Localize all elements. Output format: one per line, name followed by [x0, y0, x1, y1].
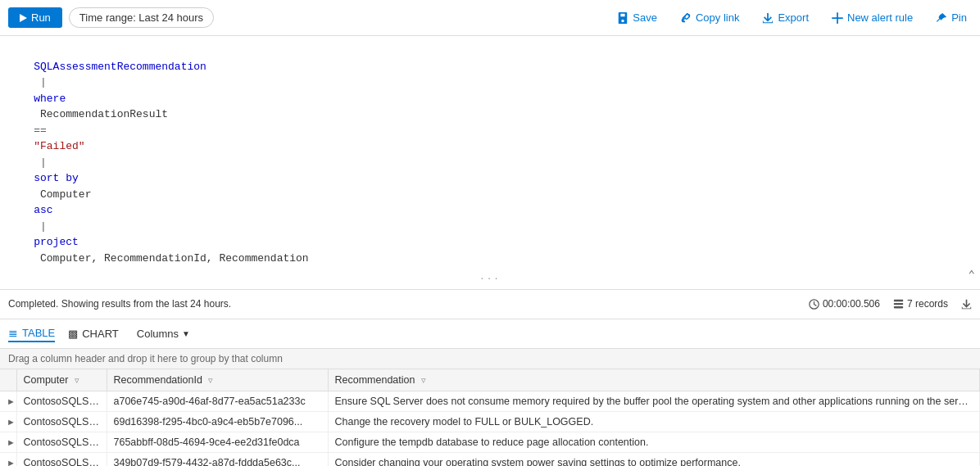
run-button[interactable]: Run — [8, 7, 62, 28]
table-icon: ≣ — [8, 326, 18, 339]
th-recommendation[interactable]: Recommendation ▿ — [328, 369, 980, 391]
copy-link-icon — [680, 12, 692, 24]
drag-hint-text: Drag a column header and drop it here to… — [8, 353, 283, 364]
computer-cell: ContosoSQLSrv1 — [16, 391, 107, 411]
duration-value: 00:00:00.506 — [823, 298, 880, 310]
filter-computer-icon[interactable]: ▿ — [75, 375, 79, 385]
time-range-label: Time range: Last 24 hours — [79, 11, 203, 24]
chart-tab-label: CHART — [82, 328, 119, 340]
filter-recid-icon[interactable]: ▿ — [208, 375, 213, 385]
recommendation-cell: Change the recovery model to FULL or BUL… — [328, 411, 980, 432]
svg-rect-3 — [894, 305, 903, 307]
new-alert-icon — [832, 12, 843, 24]
expand-cell[interactable]: ► — [0, 411, 16, 432]
export-button[interactable]: Export — [757, 8, 814, 27]
table-container[interactable]: Computer ▿ RecommendationId ▿ Recommenda… — [0, 369, 980, 467]
export-icon — [762, 12, 774, 24]
clock-icon — [809, 299, 819, 310]
copy-link-button[interactable]: Copy link — [675, 8, 744, 27]
th-computer[interactable]: Computer ▿ — [16, 369, 107, 391]
records-icon — [893, 299, 904, 310]
status-bar: Completed. Showing results from the last… — [0, 290, 980, 319]
status-meta: 00:00:00.506 7 records — [809, 298, 972, 310]
play-icon — [20, 14, 27, 22]
save-button[interactable]: Save — [612, 8, 662, 27]
th-computer-label: Computer — [24, 374, 69, 386]
recid-cell: a706e745-a90d-46af-8d77-ea5ac51a233c — [107, 391, 328, 411]
save-icon — [617, 12, 628, 24]
table-row: ►ContosoSQLSrv1349b07d9-f579-4432-a87d-f… — [0, 452, 980, 466]
query-text: SQLAssessmentRecommendation | where Reco… — [8, 43, 972, 283]
time-range-button[interactable]: Time range: Last 24 hours — [69, 7, 214, 28]
computer-cell: ContosoSQLSrv1 — [16, 411, 107, 432]
expand-button[interactable]: ► — [7, 437, 16, 448]
table-row: ►ContosoSQLSrv169d16398-f295-4bc0-a9c4-e… — [0, 411, 980, 432]
th-recid-label: RecommendationId — [114, 374, 202, 386]
query-editor[interactable]: SQLAssessmentRecommendation | where Reco… — [0, 36, 980, 290]
table-row: ►ContosoSQLSrv1765abbff-08d5-4694-9ce4-e… — [0, 432, 980, 452]
columns-chevron-icon: ▼ — [182, 329, 190, 338]
table-body: ►ContosoSQLSrv1a706e745-a90d-46af-8d77-e… — [0, 391, 980, 466]
results-table: Computer ▿ RecommendationId ▿ Recommenda… — [0, 369, 980, 467]
columns-button[interactable]: Columns ▼ — [132, 326, 195, 342]
run-label: Run — [31, 11, 51, 24]
new-alert-rule-button[interactable]: New alert rule — [827, 8, 918, 27]
save-label: Save — [633, 11, 657, 24]
drag-hint: Drag a column header and drop it here to… — [0, 349, 980, 369]
expand-cell[interactable]: ► — [0, 432, 16, 452]
svg-rect-1 — [894, 299, 903, 301]
export-records-icon[interactable] — [961, 299, 972, 310]
columns-label: Columns — [137, 328, 179, 340]
export-label: Export — [778, 11, 809, 24]
records-count: 7 records — [907, 298, 948, 310]
th-rec-label: Recommendation — [335, 374, 415, 386]
chart-icon: ▩ — [68, 328, 78, 340]
tab-table[interactable]: ≣ TABLE — [8, 324, 55, 342]
recommendation-cell: Ensure SQL Server does not consume memor… — [328, 391, 980, 411]
svg-rect-2 — [894, 302, 903, 304]
copy-link-label: Copy link — [696, 11, 739, 24]
expand-button[interactable]: ► — [7, 416, 16, 428]
recid-cell: 69d16398-f295-4bc0-a9c4-eb5b7e7096... — [107, 411, 328, 432]
view-tabs: ≣ TABLE ▩ CHART Columns ▼ — [0, 319, 980, 349]
results-area: Computer ▿ RecommendationId ▿ Recommenda… — [0, 369, 980, 467]
records-item: 7 records — [893, 298, 948, 310]
toolbar: Run Time range: Last 24 hours Save Copy … — [0, 0, 980, 36]
duration-item: 00:00:00.506 — [809, 298, 880, 310]
pin-button[interactable]: Pin — [931, 8, 972, 27]
expand-cell[interactable]: ► — [0, 452, 16, 466]
pin-icon — [936, 12, 947, 24]
recid-cell: 349b07d9-f579-4432-a87d-fddda5e63c... — [107, 452, 328, 466]
expand-button[interactable]: ► — [7, 457, 16, 467]
tab-chart[interactable]: ▩ CHART — [68, 326, 119, 342]
filter-rec-icon[interactable]: ▿ — [421, 375, 426, 385]
scroll-up-button[interactable]: ⌃ — [969, 267, 975, 284]
status-message: Completed. Showing results from the last… — [8, 298, 809, 310]
expand-button[interactable]: ► — [7, 396, 16, 407]
collapse-handle[interactable]: ... — [479, 270, 501, 284]
new-alert-rule-label: New alert rule — [847, 11, 913, 24]
recommendation-cell: Configure the tempdb database to reduce … — [328, 432, 980, 452]
pin-label: Pin — [951, 11, 967, 24]
recommendation-cell: Consider changing your operating system … — [328, 452, 980, 466]
expand-cell[interactable]: ► — [0, 391, 16, 411]
recid-cell: 765abbff-08d5-4694-9ce4-ee2d31fe0dca — [107, 432, 328, 452]
table-row: ►ContosoSQLSrv1a706e745-a90d-46af-8d77-e… — [0, 391, 980, 411]
computer-cell: ContosoSQLSrv1 — [16, 452, 107, 466]
computer-cell: ContosoSQLSrv1 — [16, 432, 107, 452]
th-expand — [0, 369, 16, 391]
th-recid[interactable]: RecommendationId ▿ — [107, 369, 328, 391]
table-header-row: Computer ▿ RecommendationId ▿ Recommenda… — [0, 369, 980, 391]
table-tab-label: TABLE — [22, 327, 55, 339]
